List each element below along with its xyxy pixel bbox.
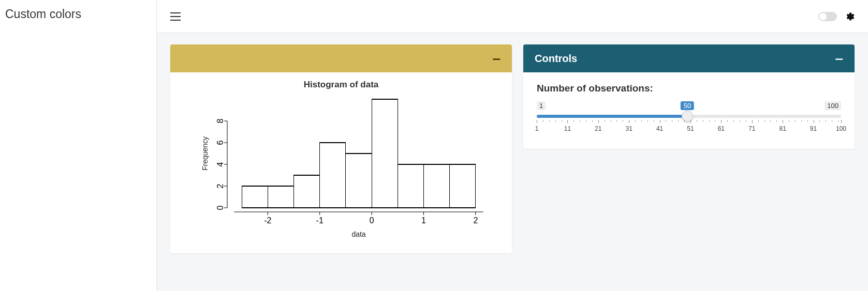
sidebar: Custom colors (0, 0, 157, 291)
plot-box: – Histogram of data -2-1012data02468Freq… (170, 44, 512, 253)
histogram-bar (293, 175, 319, 208)
menu-icon[interactable] (170, 12, 181, 21)
x-tick-label: 0 (370, 216, 374, 225)
gear-icon[interactable] (844, 11, 855, 22)
histogram-chart: -2-1012data02468Frequency (186, 94, 496, 244)
sidebar-title: Custom colors (5, 7, 151, 21)
slider-fill (537, 115, 687, 118)
histogram-bar (268, 186, 293, 208)
histogram-bar (450, 164, 476, 208)
histogram-bar (346, 154, 372, 208)
histogram-bar (242, 186, 268, 208)
slider-max-label: 100 (825, 101, 841, 110)
y-tick-label: 0 (216, 205, 225, 210)
slider-tick-label: 1 (535, 125, 539, 132)
controls-box: Controls – Number of observations: 1 50 … (523, 44, 855, 149)
slider-tick-label: 71 (748, 125, 755, 132)
chart-title: Histogram of data (175, 80, 507, 90)
histogram-bar (424, 164, 450, 208)
plot-box-header: – (170, 44, 512, 72)
slider-tick-label: 91 (810, 125, 817, 132)
slider-tick-label: 51 (687, 125, 694, 132)
slider-value-bubble: 50 (681, 101, 694, 110)
controls-box-collapse-button[interactable]: – (835, 51, 843, 66)
controls-box-title: Controls (535, 53, 577, 65)
x-tick-label: 2 (473, 216, 478, 225)
x-tick-label: 1 (421, 216, 426, 225)
plot-area: Histogram of data -2-1012data02468Freque… (170, 72, 512, 253)
slider-tick-label: 21 (595, 125, 601, 132)
topbar (157, 0, 868, 33)
plot-box-collapse-button[interactable]: – (492, 51, 501, 66)
y-tick-label: 6 (216, 140, 225, 145)
histogram-bar (372, 99, 398, 208)
y-axis-label: Frequency (201, 136, 209, 171)
controls-box-header: Controls – (523, 44, 855, 72)
y-tick-label: 2 (216, 183, 225, 188)
x-axis-label: data (351, 230, 365, 238)
y-tick-label: 8 (216, 118, 225, 123)
dark-mode-toggle[interactable] (818, 12, 837, 21)
slider-tick-label: 11 (564, 125, 571, 132)
y-tick-label: 4 (216, 162, 225, 166)
slider-label: Number of observations: (537, 83, 841, 94)
slider-ticks: 1112131415161718191100 (537, 120, 841, 134)
slider-tick-label: 61 (718, 125, 725, 132)
main-area: – Histogram of data -2-1012data02468Freq… (157, 0, 868, 291)
slider-tick-label: 41 (656, 125, 663, 132)
slider-tick-label: 81 (779, 125, 786, 132)
slider-tick-label: 31 (625, 125, 632, 132)
body-area: – Histogram of data -2-1012data02468Freq… (157, 33, 868, 291)
histogram-bar (320, 143, 346, 208)
x-tick-label: -2 (264, 216, 271, 225)
x-tick-label: -1 (316, 216, 323, 225)
slider-min-label: 1 (537, 101, 546, 110)
slider-tick-label: 100 (836, 125, 846, 132)
observations-slider[interactable]: 1 50 100 1112131415161718191100 (537, 101, 841, 133)
histogram-bar (398, 164, 423, 208)
controls-box-body: Number of observations: 1 50 100 1112131… (523, 72, 855, 149)
